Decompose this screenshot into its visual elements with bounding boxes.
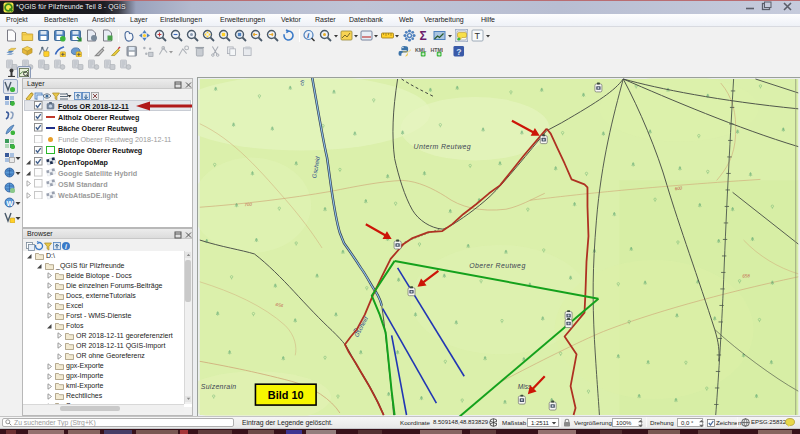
- svg-text:?: ?: [456, 47, 461, 57]
- svg-text:i: i: [65, 242, 67, 249]
- svg-text:HTML: HTML: [431, 47, 444, 53]
- svg-text:658: 658: [742, 273, 750, 279]
- svg-text:Unterm Reutweg: Unterm Reutweg: [414, 143, 472, 151]
- svg-text:KML: KML: [415, 47, 427, 53]
- svg-text:W: W: [7, 200, 14, 207]
- svg-text:Σ: Σ: [420, 29, 427, 42]
- svg-text:Bild 10: Bild 10: [268, 389, 304, 401]
- svg-text:Oberer Reutweg: Oberer Reutweg: [469, 262, 525, 270]
- svg-text:700: 700: [244, 202, 252, 208]
- svg-text:T: T: [475, 31, 481, 41]
- svg-text:Sulzenrain: Sulzenrain: [201, 383, 237, 390]
